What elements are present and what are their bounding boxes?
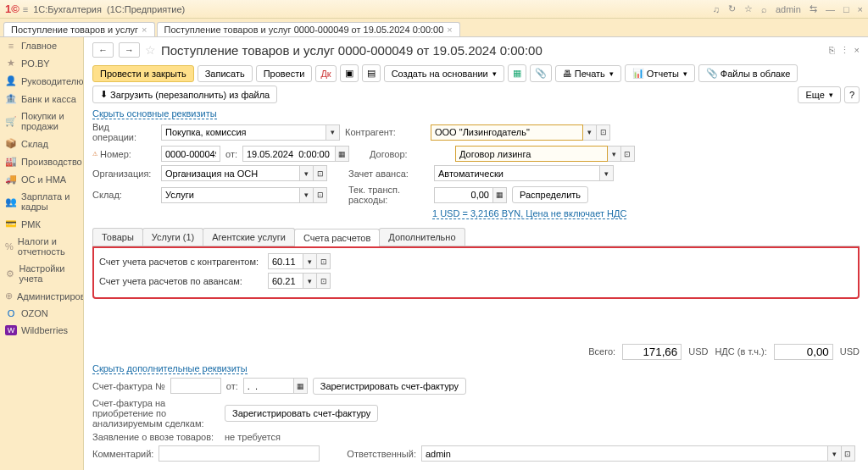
user-label[interactable]: admin [776, 4, 801, 14]
sidebar-item[interactable]: 👥Зарплата и кадры [0, 188, 83, 215]
open-icon[interactable]: ⊡ [621, 146, 635, 162]
sidebar-item[interactable]: 👤Руководителю [0, 72, 83, 90]
more-button[interactable]: Еще [798, 86, 840, 103]
close-icon[interactable]: × [858, 4, 863, 14]
close-icon[interactable]: × [854, 45, 860, 56]
link-icon[interactable]: ⎘ [829, 45, 835, 56]
calendar-icon[interactable]: ▦ [294, 378, 308, 394]
help-button[interactable]: ? [844, 86, 860, 103]
excel-icon-button[interactable]: ▦ [508, 64, 526, 82]
open-icon[interactable]: ⊡ [317, 273, 331, 289]
transport-input[interactable] [434, 187, 493, 203]
acc-ctr-input[interactable] [268, 253, 303, 269]
doc-tab[interactable]: Поступление товаров и услуг× [3, 22, 155, 36]
cloud-button[interactable]: 📎 Файлы в облаке [698, 64, 798, 82]
tab-agent[interactable]: Агентские услуги [203, 228, 295, 246]
tab-goods[interactable]: Товары [92, 228, 143, 246]
settings-icon[interactable]: ⇆ [810, 3, 817, 14]
rate-link[interactable]: 1 USD = 3,2166 BYN, Цена не включает НДС [432, 208, 626, 219]
number-input[interactable] [161, 146, 220, 162]
forward-button[interactable]: → [119, 42, 140, 58]
sidebar-item[interactable]: 🚚ОС и НМА [0, 170, 83, 188]
close-icon[interactable]: × [447, 25, 452, 35]
sidebar-item[interactable]: %Налоги и отчетность [0, 233, 83, 260]
tab-services[interactable]: Услуги (1) [142, 228, 203, 246]
sidebar-item[interactable]: 💳РМК [0, 215, 83, 233]
dropdown-icon[interactable]: ▾ [303, 273, 317, 289]
history-icon[interactable]: ↻ [728, 3, 736, 14]
wb-icon: W [5, 325, 17, 335]
sidebar-item[interactable]: ⚙Настройки учета [0, 260, 83, 287]
register-sf2-button[interactable]: Зарегистрировать счет-фактуру [225, 405, 378, 422]
toolbar: Провести и закрыть Записать Провести Дк … [84, 63, 868, 108]
hide-more-link[interactable]: Скрыть дополнительные реквизиты [92, 363, 248, 374]
post-close-button[interactable]: Провести и закрыть [92, 65, 194, 82]
hide-details-link[interactable]: Скрыть основные реквизиты [92, 108, 217, 119]
dropdown-icon[interactable]: ▾ [608, 146, 621, 162]
acc-adv-input[interactable] [268, 273, 303, 289]
open-icon[interactable]: ⊡ [314, 165, 327, 181]
sf-date-input[interactable] [243, 378, 294, 394]
dropdown-icon[interactable]: ▾ [300, 187, 314, 203]
dropdown-icon[interactable]: ▾ [600, 165, 614, 181]
open-icon[interactable]: ⊡ [842, 445, 855, 462]
back-button[interactable]: ← [92, 42, 114, 58]
sidebar-item[interactable]: 🏦Банк и касса [0, 90, 83, 108]
notifications-icon[interactable]: ♫ [713, 4, 720, 14]
sidebar-item[interactable]: WWildberries [0, 322, 83, 339]
dropdown-icon[interactable]: ▾ [583, 124, 597, 141]
sf-number-input[interactable] [170, 378, 221, 394]
org-input[interactable] [161, 165, 300, 181]
search-icon[interactable]: ⌕ [761, 4, 767, 14]
sidebar-item[interactable]: ≡Главное [0, 37, 83, 54]
post-button[interactable]: Провести [256, 65, 313, 82]
register-sf-button[interactable]: Зарегистрировать счет-фактуру [313, 378, 466, 395]
dropdown-icon[interactable]: ▾ [300, 165, 314, 181]
advance-input[interactable] [434, 165, 600, 181]
distribute-button[interactable]: Распределить [512, 186, 588, 203]
doc-tab[interactable]: Поступление товаров и услуг 0000-000049 … [157, 22, 460, 36]
calendar-icon[interactable]: ▦ [336, 146, 349, 162]
minimize-icon[interactable]: — [826, 4, 835, 14]
sidebar-item[interactable]: ⊕Администрирование [0, 287, 83, 305]
contragent-input[interactable] [431, 124, 583, 141]
maximize-icon[interactable]: □ [843, 4, 849, 14]
date-input[interactable] [242, 146, 336, 162]
clip-icon-button[interactable]: 📎 [530, 64, 552, 82]
sidebar-item[interactable]: ★PO.BY [0, 54, 83, 72]
open-icon[interactable]: ⊡ [597, 124, 610, 141]
reports-button[interactable]: 📊 Отчеты [625, 64, 695, 82]
doc-icon-button[interactable]: ▤ [362, 64, 381, 82]
tab-accounts[interactable]: Счета расчетов [294, 229, 380, 246]
load-file-button[interactable]: ⬇ Загрузить (перезаполнить) из файла [92, 86, 277, 103]
sidebar-item[interactable]: 📦Склад [0, 135, 83, 152]
create-based-button[interactable]: Создать на основании [384, 65, 504, 82]
dk-button[interactable]: Дк [315, 65, 336, 82]
tab-more[interactable]: Дополнительно [379, 228, 465, 246]
percent-icon: % [5, 241, 14, 252]
dropdown-icon[interactable]: ▾ [326, 124, 340, 141]
write-button[interactable]: Записать [198, 65, 253, 82]
comment-input[interactable] [159, 445, 320, 462]
sidebar-item[interactable]: OOZON [0, 305, 83, 322]
close-icon[interactable]: × [142, 25, 147, 35]
dropdown-icon[interactable]: ▾ [828, 445, 842, 462]
print-button[interactable]: 🖶 Печать [555, 65, 621, 82]
person-icon: 👤 [5, 75, 17, 86]
favorite-icon[interactable]: ☆ [145, 43, 156, 57]
operation-input[interactable] [161, 124, 326, 141]
open-icon[interactable]: ⊡ [314, 187, 327, 203]
warehouse-input[interactable] [161, 187, 300, 203]
sidebar-item[interactable]: 🛒Покупки и продажи [0, 108, 83, 135]
favorite-icon[interactable]: ☆ [744, 3, 753, 14]
open-icon[interactable]: ⊡ [317, 253, 331, 269]
doc-icon-button[interactable]: ▣ [340, 64, 359, 82]
menu-icon[interactable]: ⋮ [840, 45, 849, 56]
contract-input[interactable] [455, 146, 608, 162]
sidebar-item[interactable]: 🏭Производство [0, 152, 83, 170]
burger-icon[interactable]: ≡ [23, 4, 28, 14]
responsible-input[interactable] [421, 445, 828, 462]
total-value [622, 344, 682, 360]
calc-icon[interactable]: ▦ [493, 187, 507, 203]
dropdown-icon[interactable]: ▾ [303, 253, 317, 269]
